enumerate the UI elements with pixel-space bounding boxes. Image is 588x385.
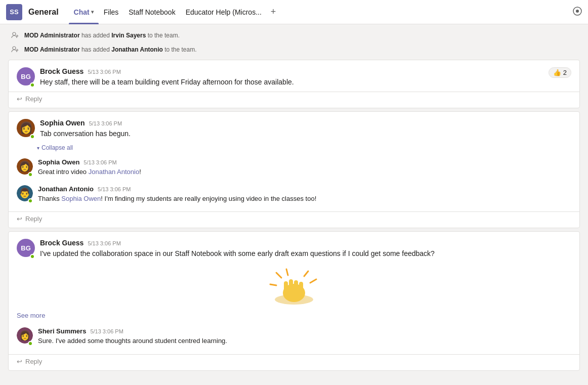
see-more-label: See more: [17, 312, 45, 319]
reply-time-1: 5/13 3:06 PM: [83, 159, 116, 165]
message-main-3: BG Brock Guess 5/13 3:06 PM I've updated…: [9, 232, 579, 263]
svg-rect-7: [289, 279, 293, 292]
mention-jonathan[interactable]: Jonathan Antonio: [89, 168, 139, 176]
thread-reply-3: 👩 Sheri Summers 5/13 3:06 PM Sure. I've …: [17, 323, 571, 350]
message-thread-2: 👩 Sophia Owen 5/13 3:06 PM Tab conversat…: [8, 111, 580, 228]
collapse-label: Collapse all: [41, 144, 73, 151]
sticker-image: [254, 265, 334, 306]
online-status-indicator: [30, 82, 35, 88]
svg-rect-6: [284, 281, 288, 292]
reply-body-3: Sheri Summers 5/13 3:06 PM Sure. I've ad…: [38, 327, 571, 346]
sticker-area: [9, 263, 579, 310]
online-dot-brock2: [30, 254, 35, 259]
svg-point-2: [13, 32, 16, 35]
svg-line-14: [270, 284, 276, 285]
add-tab-button[interactable]: +: [267, 7, 280, 17]
reply-text-2: Thanks Sophia Owen! I'm finding my stude…: [38, 194, 571, 204]
message-thread-1: BG Brock Guess 5/13 3:06 PM Hey staff, t…: [8, 60, 580, 108]
reply-body-2: Jonathan Antonio 5/13 3:06 PM Thanks Sop…: [38, 185, 571, 204]
reply-author-1: Sophia Owen: [38, 158, 79, 166]
thread-reply-2: 👨 Jonathan Antonio 5/13 3:06 PM Thanks S…: [17, 181, 571, 208]
add-user-icon-2: [10, 45, 20, 55]
reply-time-3: 5/13 3:06 PM: [90, 328, 123, 334]
tab-chat[interactable]: Chat ▾: [69, 0, 99, 24]
thread-reply-1: 👩 Sophia Owen 5/13 3:06 PM Great intro v…: [17, 154, 571, 181]
reply-arrow-icon: ↩: [17, 95, 22, 103]
reaction-count: 2: [563, 69, 567, 76]
chevron-down-icon: ▾: [91, 9, 94, 15]
message-text-1: Hey staff, there will be a team building…: [40, 77, 571, 88]
tab-staff-notebook[interactable]: Staff Notebook: [123, 0, 180, 24]
message-body-1: Brock Guess 5/13 3:06 PM Hey staff, ther…: [40, 67, 571, 88]
message-time-3: 5/13 3:06 PM: [88, 240, 120, 246]
channel-name: General: [28, 8, 59, 17]
reply-label-3: Reply: [25, 358, 42, 365]
mention-sophia[interactable]: Sophia Owen: [61, 195, 101, 202]
tab-files[interactable]: Files: [99, 0, 124, 24]
svg-point-1: [576, 10, 579, 13]
message-time-1: 5/13 3:06 PM: [88, 69, 120, 75]
reply-label-1: Reply: [25, 95, 42, 103]
svg-rect-8: [294, 280, 298, 292]
header: SS General Chat ▾ Files Staff Notebook E…: [0, 0, 588, 24]
svg-point-3: [13, 47, 16, 50]
system-message-1: MOD Administrator has added Irvin Sayers…: [0, 28, 588, 42]
chevron-down-icon-2: ▾: [37, 145, 39, 151]
reply-label-2: Reply: [25, 215, 42, 223]
online-dot-sheri: [28, 341, 33, 346]
reply-body-1: Sophia Owen 5/13 3:06 PM Great intro vid…: [38, 158, 571, 177]
see-more-button[interactable]: See more: [9, 310, 579, 323]
thread-replies-2: 👩 Sophia Owen 5/13 3:06 PM Great intro v…: [9, 154, 579, 211]
svg-line-11: [286, 269, 288, 275]
reply-button-2[interactable]: ↩ Reply: [9, 212, 579, 228]
message-time-2: 5/13 3:06 PM: [89, 120, 122, 126]
svg-line-10: [276, 273, 281, 278]
nav-tabs: Chat ▾ Files Staff Notebook Educator Hel…: [69, 0, 280, 24]
svg-rect-9: [299, 282, 303, 292]
online-dot-reply2: [28, 198, 33, 203]
reaction-thumbsup[interactable]: 👍 2: [549, 67, 571, 78]
message-body-3: Brock Guess 5/13 3:06 PM I've updated th…: [40, 239, 571, 259]
message-body-2: Sophia Owen 5/13 3:06 PM Tab conversatio…: [40, 119, 571, 139]
add-user-icon: [10, 30, 20, 40]
system-message-2: MOD Administrator has added Jonathan Ant…: [0, 42, 588, 57]
collapse-all-button[interactable]: ▾ Collapse all: [9, 143, 579, 154]
reply-text-3: Sure. I've added some thoughts around st…: [38, 336, 571, 346]
reply-button-3[interactable]: ↩ Reply: [9, 355, 579, 370]
online-status-sophia: [30, 134, 35, 139]
view-icon[interactable]: [573, 7, 582, 18]
reply-author-3: Sheri Summers: [38, 327, 86, 335]
message-author-3: Brock Guess: [40, 239, 83, 247]
svg-line-12: [304, 271, 308, 276]
online-dot-reply1: [28, 172, 33, 177]
reply-arrow-icon-2: ↩: [17, 215, 22, 223]
reply-button-1[interactable]: ↩ Reply: [9, 92, 579, 108]
message-main-2: 👩 Sophia Owen 5/13 3:06 PM Tab conversat…: [9, 112, 579, 143]
reply-text-1: Great intro video Jonathan Antonio!: [38, 167, 571, 177]
tab-educator-help[interactable]: Educator Help (Micros...: [181, 0, 267, 24]
message-main-1: BG Brock Guess 5/13 3:06 PM Hey staff, t…: [9, 60, 579, 92]
thread-replies-3: 👩 Sheri Summers 5/13 3:06 PM Sure. I've …: [9, 323, 579, 354]
reply-author-2: Jonathan Antonio: [38, 185, 94, 193]
message-text-3: I've updated the collaboration space in …: [40, 248, 571, 259]
message-author-2: Sophia Owen: [40, 119, 85, 127]
message-thread-3: BG Brock Guess 5/13 3:06 PM I've updated…: [8, 231, 580, 371]
user-avatar: SS: [6, 4, 22, 20]
content-area: MOD Administrator has added Irvin Sayers…: [0, 24, 588, 385]
reply-time-2: 5/13 3:06 PM: [98, 186, 131, 192]
message-text-2: Tab conversation has begun.: [40, 129, 571, 139]
svg-line-13: [310, 279, 316, 283]
reply-arrow-icon-3: ↩: [17, 358, 22, 365]
reaction-emoji: 👍: [553, 69, 561, 76]
message-author-1: Brock Guess: [40, 67, 83, 75]
